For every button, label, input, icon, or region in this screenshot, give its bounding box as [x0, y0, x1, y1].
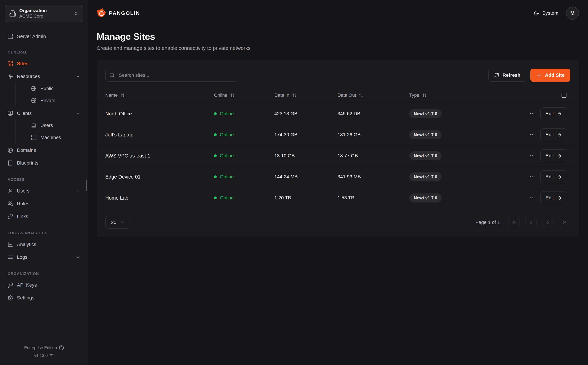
- theme-toggle-label: System: [542, 10, 558, 16]
- chevrons-up-down-icon: [73, 11, 79, 16]
- sidebar-item-analytics[interactable]: Analytics: [5, 239, 83, 251]
- github-icon[interactable]: [59, 345, 64, 350]
- first-page-button[interactable]: [508, 217, 520, 228]
- sidebar-item-settings[interactable]: Settings: [5, 292, 83, 304]
- data-in-value: 13.10 GB: [274, 153, 337, 159]
- sidebar-item-users[interactable]: Users: [15, 119, 83, 131]
- sidebar-item-public[interactable]: Public: [15, 83, 83, 95]
- site-name: Jeff's Laptop: [105, 132, 214, 138]
- sidebar-item-clients[interactable]: Clients: [5, 107, 83, 119]
- sidebar-item-roles[interactable]: Roles: [5, 198, 83, 210]
- last-page-button[interactable]: [559, 217, 570, 228]
- sidebar-scrollbar-thumb[interactable]: [86, 180, 87, 191]
- moon-icon: [534, 10, 539, 16]
- prev-page-button[interactable]: [525, 217, 537, 228]
- edit-button[interactable]: Edit: [540, 149, 567, 162]
- sidebar-item-label: Resources: [17, 74, 40, 79]
- column-header-name[interactable]: Name: [105, 93, 214, 98]
- edit-label: Edit: [546, 132, 554, 138]
- sidebar-item-logs[interactable]: Logs: [5, 251, 83, 263]
- ellipsis-icon: [529, 153, 535, 159]
- online-dot: [214, 154, 217, 157]
- section-label: ACCESS: [5, 177, 83, 182]
- columns-icon: [561, 92, 567, 98]
- arrow-right-icon: [557, 132, 562, 137]
- sort-icon: [292, 93, 297, 98]
- row-menu-button[interactable]: [529, 195, 535, 201]
- avatar[interactable]: M: [566, 7, 579, 20]
- sidebar-item-private[interactable]: Private: [15, 95, 83, 107]
- org-switcher-texts: Organization ACME Corp.: [19, 8, 47, 19]
- column-header-online[interactable]: Online: [214, 93, 274, 98]
- edit-button[interactable]: Edit: [540, 107, 567, 120]
- chart-line-icon: [7, 242, 13, 247]
- arrow-right-icon: [557, 153, 562, 158]
- search-input[interactable]: [105, 69, 238, 82]
- receipt-icon: [7, 160, 13, 166]
- online-dot: [214, 175, 217, 178]
- sidebar-item-label: Private: [40, 98, 55, 103]
- theme-toggle[interactable]: System: [534, 10, 558, 16]
- data-out-value: 1.53 TB: [337, 195, 409, 201]
- next-page-button[interactable]: [542, 217, 553, 228]
- column-header-data-out[interactable]: Data Out: [337, 93, 409, 98]
- row-menu-button[interactable]: [529, 111, 535, 117]
- sidebar-item-api-keys[interactable]: API Keys: [5, 279, 83, 291]
- edit-label: Edit: [546, 174, 554, 180]
- arrow-right-icon: [557, 174, 562, 179]
- settings-icon: [7, 295, 13, 301]
- data-out-value: 349.62 DB: [337, 111, 409, 116]
- version-link[interactable]: v1.13.0: [34, 351, 48, 359]
- status-cell: Online: [214, 153, 274, 159]
- page-title: Manage Sites: [97, 31, 579, 42]
- site-name: North Office: [105, 111, 214, 117]
- row-menu-button[interactable]: [529, 132, 535, 138]
- org-switcher-value: ACME Corp.: [19, 14, 47, 19]
- sort-icon: [422, 93, 427, 98]
- page-size-value: 20: [111, 220, 116, 225]
- monitor-up-icon: [7, 111, 13, 116]
- column-header-data-in[interactable]: Data In: [274, 93, 337, 98]
- sidebar-item-resources[interactable]: Resources: [5, 70, 83, 83]
- org-switcher[interactable]: Organization ACME Corp.: [5, 5, 83, 22]
- sidebar-item-machines[interactable]: Machines: [15, 131, 83, 144]
- logs-icon: [7, 254, 13, 260]
- section-label: LOGS & ANALYTICS: [5, 231, 83, 235]
- column-header-type[interactable]: Type: [409, 93, 561, 98]
- sidebar-item-blueprints[interactable]: Blueprints: [5, 157, 83, 169]
- sort-icon: [230, 93, 235, 98]
- page-head: Manage Sites Create and manage sites to …: [97, 31, 579, 51]
- data-in-value: 144.24 MB: [274, 174, 337, 180]
- column-visibility-button[interactable]: [561, 92, 567, 98]
- type-cell: Newt v1.7.0: [409, 151, 529, 161]
- chevron-left-icon: [528, 220, 533, 225]
- row-menu-button[interactable]: [529, 153, 535, 159]
- external-link-icon[interactable]: [50, 353, 54, 358]
- site-name: Edge Device 01: [105, 174, 214, 180]
- sidebar-item-label: Clients: [17, 111, 32, 116]
- data-in-value: 1.20 TB: [274, 195, 337, 201]
- sidebar-item-links[interactable]: Links: [5, 211, 83, 223]
- globe-icon: [31, 86, 37, 91]
- page-size-select[interactable]: 20: [105, 216, 130, 229]
- pagination: 20 Page 1 of 1: [105, 216, 570, 229]
- row-menu-button[interactable]: [529, 174, 535, 180]
- sidebar-item-server-admin[interactable]: Server Admin: [5, 30, 83, 42]
- link-icon: [7, 214, 13, 219]
- edit-label: Edit: [546, 153, 554, 159]
- table-row: North OfficeOnline423.13 GB349.62 DBNewt…: [105, 103, 570, 124]
- brand-logo[interactable]: PANGOLIN: [97, 8, 140, 18]
- laptop-icon: [31, 123, 37, 128]
- edit-button[interactable]: Edit: [540, 191, 567, 204]
- online-dot: [214, 112, 217, 115]
- sidebar-item-users[interactable]: Users: [5, 185, 83, 197]
- edit-button[interactable]: Edit: [540, 128, 567, 141]
- refresh-button[interactable]: Refresh: [488, 69, 526, 82]
- edit-button[interactable]: Edit: [540, 170, 567, 183]
- add-site-button[interactable]: Add Site: [530, 69, 570, 82]
- sidebar-item-domains[interactable]: Domains: [5, 144, 83, 156]
- sidebar-item-sites[interactable]: Sites: [5, 58, 83, 70]
- table-row: AWS VPC us-east-1Online13.10 GB18.77 GBN…: [105, 145, 570, 166]
- data-out-value: 341.93 MB: [337, 174, 409, 180]
- page-subtitle: Create and manage sites to enable connec…: [97, 45, 579, 51]
